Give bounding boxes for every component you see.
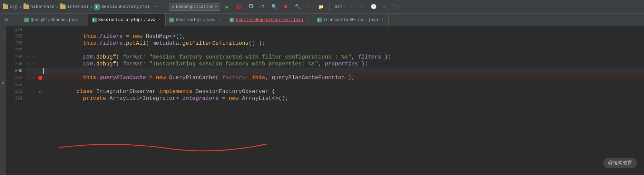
tab-transactionhelper[interactable]: C TransactionHelper.java × xyxy=(313,14,388,26)
coverage-button[interactable]: ⛾ xyxy=(246,2,255,12)
tab-querycache-icon: C xyxy=(24,18,29,22)
tab-userinfo-close[interactable]: × xyxy=(305,18,310,22)
code-line-256: › › this.filters.putAll( metadata.getFil… xyxy=(25,40,644,47)
git-check2-button[interactable]: ✓ xyxy=(358,2,368,12)
breadcrumb-sep2: › xyxy=(56,4,59,10)
fold-arrow2-255[interactable]: › xyxy=(31,34,36,39)
tab-querycache-label: QueryPlanCache.java xyxy=(31,18,78,22)
line-numbers: 254 255 256 257 258 259 260 261 262 263 … xyxy=(6,26,25,175)
tab-sessionfactory-close[interactable]: × xyxy=(157,18,162,22)
git-revert-button[interactable]: ⬛ xyxy=(391,2,401,12)
analyze-button[interactable]: 🔍 xyxy=(269,2,279,12)
tab-sessionimpl-label: SessionImpl.java xyxy=(176,18,215,22)
fold-arrow-259[interactable]: › xyxy=(27,62,31,66)
tab-userinfo-label: UserInfoRepositoryTest.java xyxy=(236,18,303,22)
fold-arrows-256: › › xyxy=(27,41,38,45)
breakpoint-256 xyxy=(38,41,43,46)
breakpoint-dot-261 xyxy=(38,76,42,80)
code-line-261: › › this.queryPlanCache = new QueryPlanC… xyxy=(25,74,644,81)
breakpoint-257 xyxy=(38,48,43,53)
line-num-261: 261 xyxy=(6,74,25,81)
code-area[interactable]: › › this.filters = new HashMap<>(); › › … xyxy=(25,26,644,175)
fold-arrows-254 xyxy=(27,28,38,32)
sidebar-label2: y xyxy=(2,82,4,85)
breadcrumb-class: SessionFactoryImpl xyxy=(101,4,149,9)
fold-arrows-259: › › xyxy=(27,62,38,66)
git-undo-button[interactable]: ↩ xyxy=(380,2,390,12)
line-num-255: 255 xyxy=(6,33,25,40)
fold-arrows-258: › › xyxy=(27,55,38,59)
git-section: Git: ✓ ✓ 🕐 ↩ ⬛ xyxy=(334,2,400,12)
fold-arrows-255: › › xyxy=(27,34,38,39)
git-checkmark-button[interactable]: ✓ xyxy=(347,2,357,12)
fold-arrow2-258[interactable]: › xyxy=(31,55,36,59)
build-button[interactable]: 🔨 xyxy=(293,2,302,12)
tab-userinfo-icon: C xyxy=(230,18,234,22)
fold-arrow2-259[interactable]: › xyxy=(31,62,36,66)
breakpoint-261 xyxy=(38,75,43,81)
fold-arrows-261: › › xyxy=(27,76,38,80)
tab-sessionimpl-close[interactable]: × xyxy=(217,18,222,22)
editor-area: r — y 254 255 256 257 258 259 260 261 26… xyxy=(0,26,644,175)
tab-querycache[interactable]: C QueryPlanCache.java × xyxy=(21,14,88,26)
debug-button[interactable]: 🐞 xyxy=(234,2,244,12)
breakpoint-263: ◇ xyxy=(38,89,43,94)
left-sidebar: r — y xyxy=(0,26,6,175)
run-config-selector[interactable]: ● DemoApplication ▾ xyxy=(169,3,221,11)
breakpoint-262 xyxy=(38,82,43,88)
code-line-264: › › private ArrayList<Integrator> integr… xyxy=(25,95,644,102)
stop-button[interactable]: ■ xyxy=(281,2,291,12)
breakpoint-254 xyxy=(38,27,43,32)
fold-arrow-256[interactable]: › xyxy=(27,41,31,45)
line-num-254: 254 xyxy=(6,26,25,33)
line-num-260: 260 xyxy=(6,68,25,74)
tab-settings-button[interactable]: ⚙ xyxy=(1,15,11,25)
navigate-back-button[interactable]: ⬅ xyxy=(152,2,162,12)
tab-sessionfactory[interactable]: C SessionFactoryImpl.java × xyxy=(88,14,166,26)
git-history-button[interactable]: 🕐 xyxy=(369,2,379,12)
sidebar-label: r xyxy=(1,34,5,37)
fold-arrow-254[interactable] xyxy=(27,28,31,32)
close-config-button[interactable]: ✕ xyxy=(304,2,314,12)
line-num-262: 262 xyxy=(6,81,25,88)
tab-userinfo[interactable]: C UserInfoRepositoryTest.java × xyxy=(226,14,313,26)
line-num-256: 256 xyxy=(6,40,25,47)
breakpoint-264 xyxy=(38,96,43,101)
tab-sessionimpl-icon: C xyxy=(169,18,174,22)
file-manager-button[interactable]: 📁 xyxy=(316,2,326,12)
fold-arrow-264[interactable]: › xyxy=(27,96,31,101)
run-button[interactable]: ▶ xyxy=(222,2,232,12)
fold-arrow-255[interactable]: › xyxy=(27,34,31,39)
tabs-bar: ⚙ — C QueryPlanCache.java × C SessionFac… xyxy=(0,14,644,26)
fold-arrow2-261[interactable]: › xyxy=(31,76,36,80)
tab-transactionhelper-close[interactable]: × xyxy=(380,18,385,22)
code-content-264: private ArrayList<Integrator> integrator… xyxy=(43,89,644,108)
line-num-259: 259 xyxy=(6,61,25,68)
code-line-259: › › LOG.debugf( format: "Instantiating s… xyxy=(25,61,644,68)
fold-arrow-258[interactable]: › xyxy=(27,55,31,59)
fold-arrow-263[interactable]: › xyxy=(27,90,31,94)
fold-arrow-261[interactable]: › xyxy=(27,76,31,80)
annotation-svg xyxy=(53,137,294,158)
tab-close-all-button[interactable]: — xyxy=(11,15,21,25)
toolbar-divider-1 xyxy=(165,3,165,11)
class-icon: C xyxy=(94,4,100,10)
breadcrumb: org › hibernate › internal › C SessionFa… xyxy=(3,4,150,10)
tab-transactionhelper-icon: C xyxy=(317,18,322,22)
fold-arrow2-254[interactable] xyxy=(31,28,36,32)
fold-arrows-264: › › xyxy=(27,96,38,101)
tab-querycache-close[interactable]: × xyxy=(80,18,85,22)
tab-sessionfactory-label: SessionFactoryImpl.java xyxy=(98,18,156,22)
line-num-257: 257 xyxy=(6,47,25,54)
fold-arrow2-264[interactable]: › xyxy=(31,96,36,101)
profile-button[interactable]: ⏱ xyxy=(257,2,267,12)
fold-arrow2-263[interactable]: › xyxy=(31,90,36,94)
breadcrumb-sep1: › xyxy=(19,4,22,10)
line-num-263: 263 xyxy=(6,88,25,95)
fold-arrow2-256[interactable]: › xyxy=(31,41,36,45)
main-toolbar: org › hibernate › internal › C SessionFa… xyxy=(0,0,644,14)
run-config-label: DemoApplication xyxy=(176,4,213,9)
tab-sessionimpl[interactable]: C SessionImpl.java × xyxy=(166,14,226,26)
breakpoint-255 xyxy=(38,34,43,39)
internal-folder-icon xyxy=(60,4,66,9)
